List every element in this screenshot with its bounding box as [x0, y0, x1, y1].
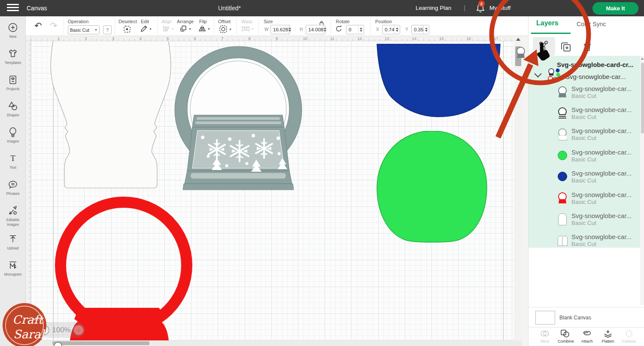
sidebar-item-upload[interactable]: Upload — [0, 231, 26, 257]
width-label: W — [264, 27, 268, 32]
combine-icon — [560, 329, 571, 338]
layer-name: Svg-snowglobe-car... — [571, 212, 632, 220]
layer-row[interactable]: Svg-snowglobe-car... Basic Cut — [529, 82, 640, 103]
layer-name: Svg-snowglobe-car... — [571, 127, 632, 135]
layer-thumbnail — [557, 86, 568, 99]
width-input[interactable]: 16.628 — [270, 25, 290, 34]
flip-icon[interactable]: ▼ — [198, 25, 210, 33]
sidebar-item-shapes[interactable]: Shapes — [0, 97, 26, 124]
rotate-stepper[interactable] — [358, 25, 364, 34]
x-stepper[interactable] — [394, 25, 400, 34]
rotate-icon[interactable] — [335, 25, 343, 33]
undo-icon[interactable]: ↶ — [34, 21, 42, 31]
layers-scrollbar[interactable] — [640, 56, 644, 305]
layer-thumbnail — [557, 192, 568, 205]
vertical-scroll-thumb[interactable] — [515, 46, 521, 66]
group-name: Svg-snowglobe-car... — [565, 73, 626, 80]
group-thumbnail[interactable] — [547, 68, 563, 83]
x-position-input[interactable]: 0.74 — [382, 25, 400, 34]
attach-button[interactable]: Attach — [577, 329, 597, 346]
layer-row[interactable]: Svg-snowglobe-car... Basic Cut — [529, 167, 640, 188]
offset-icon[interactable]: ▼ — [219, 25, 232, 33]
combine-button[interactable]: Combine — [556, 329, 576, 346]
layer-row[interactable]: Svg-snowglobe-car... Basic Cut — [529, 209, 640, 230]
rotate-label: Rotate — [336, 19, 349, 24]
ruler-number: 6 — [26, 159, 31, 164]
tab-color-sync[interactable]: Color Sync — [577, 21, 606, 27]
deselect-icon[interactable] — [123, 25, 131, 33]
tab-layers[interactable]: Layers — [536, 19, 559, 27]
shape-white-card[interactable] — [48, 41, 173, 191]
shape-gray-snowglobe[interactable] — [172, 41, 303, 191]
canvas-label: Canvas — [27, 5, 47, 12]
scroll-up-icon[interactable] — [516, 38, 520, 41]
design-canvas[interactable] — [31, 41, 514, 340]
speech-bubble-icon — [8, 179, 18, 190]
sidebar-item-text[interactable]: T Text — [0, 150, 26, 176]
sidebar-item-templates[interactable]: Templates — [0, 45, 26, 71]
ruler-number: 14 — [412, 36, 440, 41]
cricut-design-space-window: Canvas Untitled* Learning Plan | 2 My St… — [0, 0, 644, 346]
y-position-input[interactable]: 0.35 — [411, 25, 429, 34]
canvas-horizontal-scrollbar[interactable] — [26, 340, 522, 346]
ruler-number: 6 — [194, 36, 222, 41]
canvas-background-row[interactable]: Blank Canvas — [529, 307, 644, 327]
make-it-button[interactable]: Make It — [592, 2, 638, 15]
layer-actions — [529, 36, 644, 56]
chevron-down-icon[interactable] — [535, 70, 542, 78]
layer-operation: Basic Cut — [571, 199, 632, 206]
layer-list: Svg-snowglobe-car... Basic Cut Svg-snowg… — [529, 82, 640, 251]
height-stepper[interactable] — [323, 25, 326, 34]
warp-label: Warp — [241, 19, 252, 24]
arrange-icon[interactable]: ▼ — [179, 25, 191, 33]
monogram-icon — [8, 260, 18, 270]
sidebar-item-images[interactable]: Images — [0, 124, 26, 150]
width-stepper[interactable] — [288, 25, 291, 34]
sidebar-item-monogram[interactable]: Monogram — [0, 257, 26, 283]
canvas-color-swatch[interactable] — [535, 311, 555, 325]
layer-thumbnail — [557, 149, 568, 162]
sidebar-item-phrases[interactable]: Phrases — [0, 176, 26, 202]
y-stepper[interactable] — [423, 25, 429, 34]
redo-icon[interactable]: ↷ — [50, 21, 58, 31]
group-button[interactable] — [533, 37, 555, 56]
help-button[interactable]: ? — [103, 25, 112, 34]
lock-aspect-icon[interactable] — [319, 20, 324, 25]
layers-scroll-thumb[interactable] — [641, 63, 644, 134]
learning-plan-link[interactable]: Learning Plan — [416, 5, 451, 11]
zoom-in-button[interactable]: + — [73, 325, 84, 335]
edit-pencil-icon[interactable]: ▼ — [140, 25, 152, 33]
slice-button[interactable]: Slice — [535, 329, 555, 346]
menu-icon[interactable] — [7, 4, 19, 12]
contour-button[interactable]: Contour — [619, 329, 639, 346]
layer-thumbnail — [557, 128, 568, 141]
ruler-number: 3 — [26, 80, 31, 85]
balloon-icon — [8, 127, 18, 137]
scroll-up-icon[interactable] — [641, 58, 644, 60]
my-stuff-link[interactable]: My Stuff — [489, 5, 510, 11]
layer-thumbnail — [557, 107, 568, 120]
delete-button[interactable] — [581, 40, 594, 53]
warp-icon[interactable]: ▼ — [241, 25, 254, 33]
layer-row[interactable]: Svg-snowglobe-car... Basic Cut — [529, 188, 640, 209]
sidebar-item-new[interactable]: New — [0, 16, 26, 45]
operation-select[interactable]: Basic Cut▼ — [68, 25, 100, 34]
duplicate-button[interactable] — [559, 40, 572, 53]
shape-green-globe[interactable] — [374, 131, 489, 243]
shape-blue-globe-bottom[interactable] — [375, 44, 502, 119]
layer-row[interactable]: Svg-snowglobe-car... Basic Cut — [529, 230, 640, 251]
height-input[interactable]: 14.008 — [306, 25, 325, 34]
canvas-vertical-scrollbar[interactable] — [514, 36, 522, 340]
horizontal-scroll-thumb[interactable] — [52, 341, 149, 345]
layer-row[interactable]: Svg-snowglobe-car... Basic Cut — [529, 124, 640, 145]
ruler-number: 4 — [140, 36, 167, 41]
sidebar-item-projects[interactable]: Projects — [0, 71, 26, 97]
shape-red-snowglobe[interactable] — [54, 195, 202, 340]
layer-row[interactable]: Svg-snowglobe-car... Basic Cut — [529, 145, 640, 166]
align-icon[interactable]: ▼ — [162, 25, 174, 33]
flatten-button[interactable]: Flatten — [598, 329, 618, 346]
ruler-number: 11 — [26, 291, 31, 297]
rotate-input[interactable]: 0 — [346, 25, 364, 34]
sidebar-item-editable-images[interactable]: Editable Images — [0, 202, 26, 231]
layer-row[interactable]: Svg-snowglobe-car... Basic Cut — [529, 103, 640, 124]
